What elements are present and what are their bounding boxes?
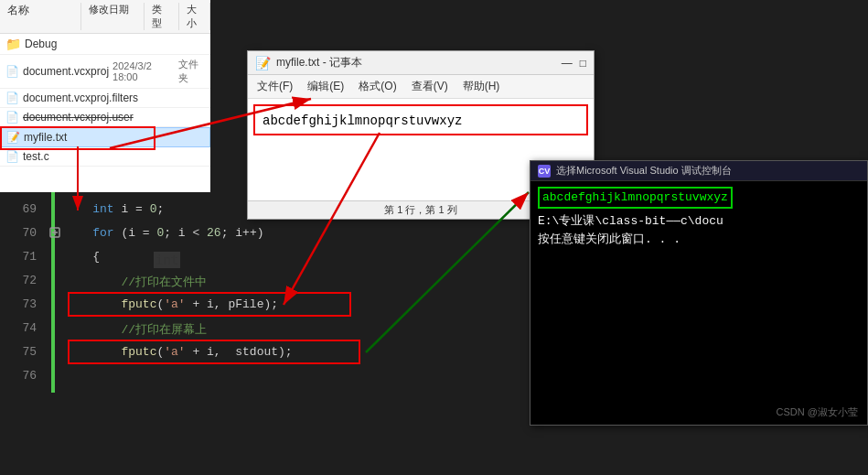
col-date: 修改日期: [81, 3, 145, 30]
file-row-user[interactable]: 📄 document.vcxproj.user: [0, 108, 210, 127]
notepad-menubar: 文件(F) 编辑(E) 格式(O) 查看(V) 帮助(H): [248, 75, 594, 99]
console-line-2: 按任意键关闭此窗口. . .: [538, 231, 860, 249]
explorer-file-list: 📁 Debug 📄 document.vcxproj 2024/3/2 18:0…: [0, 34, 210, 167]
console-watermark: CSDN @淑女小莹: [777, 405, 858, 419]
file-explorer-panel: 名称 修改日期 类型 大小 📁 Debug 📄 document.vcxproj…: [0, 0, 210, 192]
console-line-1: E:\专业课\class-bit——c\docu: [538, 212, 860, 231]
code-line-71: 71 {: [0, 250, 567, 274]
notepad-content-box[interactable]: abcdefghijklmnopqrstuvwxyz: [253, 104, 588, 135]
col-type: 类型: [145, 3, 180, 30]
notepad-text: abcdefghijklmnopqrstuvwxyz: [263, 113, 462, 128]
code-line-72: 72 //打印在文件中: [0, 274, 567, 297]
notepad-titlebar: 📝 myfile.txt - 记事本 — □: [248, 51, 594, 75]
console-titlebar: CV 选择Microsoft Visual Studio 调试控制台: [530, 161, 867, 181]
minimize-button[interactable]: —: [562, 57, 573, 70]
c-file-icon: 📄: [5, 150, 19, 163]
code-line-74: 74 //打印在屏幕上: [0, 321, 567, 345]
menu-format[interactable]: 格式(O): [353, 77, 402, 96]
file-icon: 📄: [5, 65, 19, 78]
file-icon-2: 📄: [5, 92, 19, 104]
file-row-vcxproj[interactable]: 📄 document.vcxproj 2024/3/2 18:00 文件夹: [0, 55, 210, 89]
code-line-70: 70 for (i = 0; i < 26; i++): [0, 226, 567, 250]
console-content: abcdefghijklmnopqrstuvwxyz E:\专业课\class-…: [530, 181, 867, 254]
col-size: 大小: [179, 3, 210, 30]
fold-icon: [48, 226, 61, 239]
console-window: CV 选择Microsoft Visual Studio 调试控制台 abcde…: [530, 160, 868, 426]
menu-edit[interactable]: 编辑(E): [302, 77, 349, 96]
txt-file-icon: 📝: [6, 131, 20, 144]
notepad-title: 📝 myfile.txt - 记事本: [255, 55, 362, 70]
menu-view[interactable]: 查看(V): [406, 77, 454, 96]
file-icon-3: 📄: [5, 111, 19, 124]
code-line-73: 73 fputc('a' + i, pFile);: [0, 297, 567, 321]
folder-icon: 📁: [5, 37, 21, 51]
explorer-column-headers: 名称 修改日期 类型 大小: [0, 0, 210, 34]
file-type-label: 文件夹: [178, 58, 205, 85]
code-line-76: 76: [0, 369, 567, 393]
file-row-myfile[interactable]: 📝 myfile.txt: [0, 127, 210, 147]
int-label: int: [154, 252, 180, 268]
file-row-debug[interactable]: 📁 Debug: [0, 34, 210, 55]
code-line-75: 75 fputc('a' + i, stdout);: [0, 345, 567, 369]
col-name: 名称: [0, 3, 81, 30]
menu-help[interactable]: 帮助(H): [457, 77, 506, 96]
console-icon: CV: [538, 165, 551, 178]
maximize-button[interactable]: □: [580, 57, 586, 70]
notepad-icon: 📝: [255, 56, 271, 70]
console-output-highlight: abcdefghijklmnopqrstuvwxyz: [538, 187, 860, 209]
menu-file[interactable]: 文件(F): [252, 77, 298, 96]
notepad-window-controls[interactable]: — □: [562, 57, 586, 70]
file-row-testc[interactable]: 📄 test.c: [0, 147, 210, 167]
file-row-filters[interactable]: 📄 document.vcxproj.filters: [0, 89, 210, 108]
